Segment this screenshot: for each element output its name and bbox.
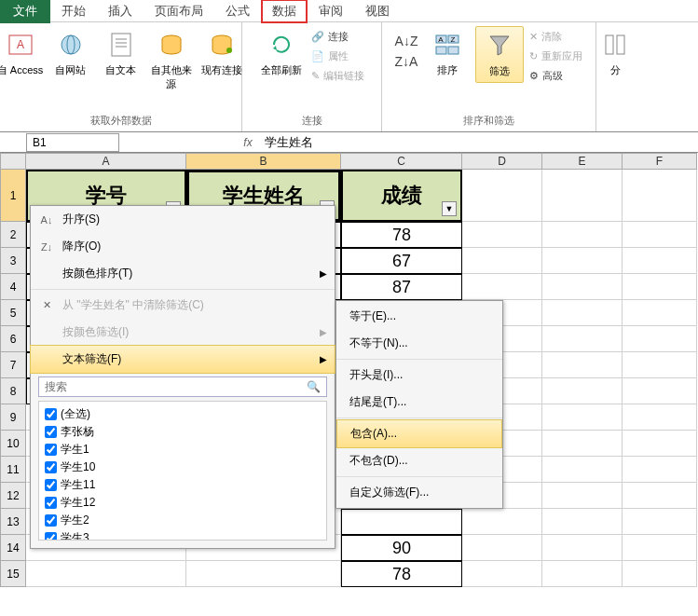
filter-item[interactable]: 学生10 [43,459,322,476]
cell[interactable] [462,509,542,535]
filter-search[interactable]: 🔍 [38,376,327,397]
cell[interactable] [542,352,623,378]
submenu-item[interactable]: 等于(E)... [336,303,502,330]
row-header-2[interactable]: 2 [0,222,26,248]
filter-search-input[interactable] [45,380,307,393]
row-header-14[interactable]: 14 [0,535,26,561]
filter-checkbox[interactable] [45,426,57,438]
menu-sort-color[interactable]: 按颜色排序(T)▶ [31,260,335,287]
filter-item[interactable]: 学生3 [43,529,322,541]
cell[interactable] [623,378,697,404]
row-header-3[interactable]: 3 [0,248,26,274]
cell[interactable] [462,535,542,561]
sort-asc-btn[interactable]: A↓Z [395,34,418,48]
tab-home[interactable]: 开始 [50,0,97,23]
existing-conn-button[interactable]: 现有连接 [198,26,246,95]
cell[interactable] [623,300,697,326]
filter-button[interactable]: 筛选 [475,26,524,83]
cell[interactable]: 78 [341,222,462,248]
tab-pagelayout[interactable]: 页面布局 [144,0,214,23]
row-header-4[interactable]: 4 [0,274,26,300]
row-header-9[interactable]: 9 [0,404,26,431]
from-text-button[interactable]: 自文本 [97,26,145,95]
filter-checkbox[interactable] [45,444,57,456]
cell[interactable] [542,300,623,326]
cell[interactable] [623,248,697,274]
tab-review[interactable]: 审阅 [308,0,354,23]
row-header-10[interactable]: 10 [0,431,26,457]
select-all-corner[interactable] [0,153,26,170]
filter-checkbox[interactable] [45,532,57,541]
from-other-button[interactable]: 自其他来源 [147,26,196,95]
advanced-button[interactable]: ⚙高级 [529,69,582,83]
cell[interactable] [623,483,697,509]
col-header-E[interactable]: E [542,153,623,170]
sort-desc-btn[interactable]: Z↓A [395,54,418,69]
cell[interactable] [623,352,697,378]
cell[interactable] [542,535,623,561]
cell[interactable] [542,509,623,535]
cell[interactable] [462,561,542,587]
cell[interactable] [26,561,186,587]
filter-checkbox[interactable] [45,461,57,473]
cell[interactable]: 67 [341,248,462,274]
cell[interactable] [341,509,462,535]
cell[interactable] [623,170,697,222]
name-box[interactable]: B1 [26,133,119,152]
cell[interactable] [623,509,697,535]
cell[interactable] [623,431,697,457]
connections-button[interactable]: 🔗连接 [311,30,364,44]
filter-checklist[interactable]: (全选)李张杨学生1学生10学生11学生12学生2学生3学生4 [38,401,327,541]
row-header-7[interactable]: 7 [0,352,26,378]
text-to-columns-button[interactable]: 分 [598,26,632,81]
cell[interactable] [623,535,697,561]
cell[interactable] [623,457,697,483]
row-header-15[interactable]: 15 [0,561,26,587]
cell[interactable] [542,431,623,457]
cell[interactable] [623,274,697,300]
cell[interactable] [462,248,542,274]
cell[interactable]: 78 [341,561,462,587]
filter-checkbox[interactable] [45,479,57,491]
filter-dropdown-C[interactable]: ▼ [442,201,457,216]
cell[interactable] [462,222,542,248]
col-header-A[interactable]: A [26,153,186,170]
cell[interactable] [542,483,623,509]
col-header-B[interactable]: B [186,153,341,170]
filter-item[interactable]: (全选) [43,405,322,423]
row-header-1[interactable]: 1 [0,170,26,222]
refresh-all-button[interactable]: 全部刷新 [257,26,306,87]
filter-item[interactable]: 学生11 [43,476,322,494]
cell[interactable]: 90 [341,535,462,561]
col-header-C[interactable]: C [341,153,462,170]
cell[interactable] [623,561,697,587]
from-access-button[interactable]: A自 Access [0,26,45,95]
cell[interactable] [542,274,623,300]
submenu-item[interactable]: 自定义筛选(F)... [336,479,502,506]
cell[interactable] [542,222,623,248]
cell[interactable] [462,274,542,300]
menu-sort-desc[interactable]: Z↓降序(O) [31,233,335,260]
tab-data[interactable]: 数据 [261,0,308,23]
tab-view[interactable]: 视图 [354,0,401,23]
row-header-11[interactable]: 11 [0,457,26,483]
submenu-item[interactable]: 不等于(N)... [336,330,502,357]
row-header-6[interactable]: 6 [0,326,26,352]
filter-checkbox[interactable] [45,514,57,527]
cell[interactable]: 87 [341,274,462,300]
sort-button[interactable]: AZ排序 [423,26,472,81]
cell[interactable] [542,561,623,587]
col-header-D[interactable]: D [462,153,542,170]
row-header-5[interactable]: 5 [0,300,26,326]
filter-item[interactable]: 学生12 [43,494,322,512]
filter-item[interactable]: 学生1 [43,441,322,459]
row-header-8[interactable]: 8 [0,378,26,404]
submenu-item[interactable]: 不包含(D)... [336,447,502,474]
formula-input[interactable]: 学生姓名 [257,132,321,153]
row-header-13[interactable]: 13 [0,509,26,535]
cell[interactable] [542,248,623,274]
submenu-item[interactable]: 包含(A)... [336,419,502,448]
cell[interactable] [623,222,697,248]
filter-checkbox[interactable] [45,497,57,509]
filter-checkbox[interactable] [45,408,57,420]
